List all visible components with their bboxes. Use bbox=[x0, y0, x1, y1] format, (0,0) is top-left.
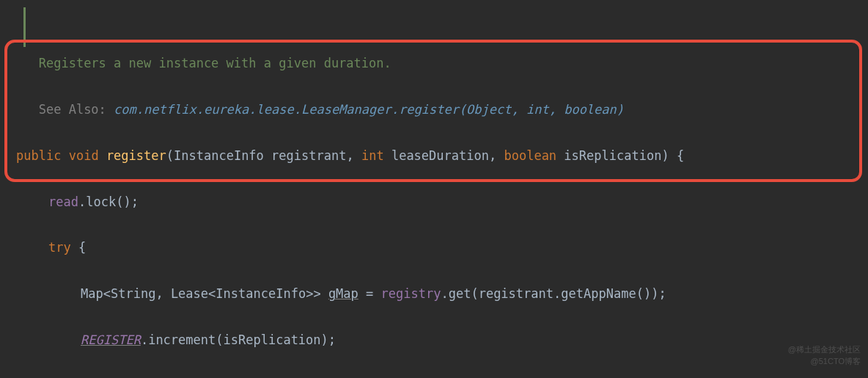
method-getappname: getAppName bbox=[561, 286, 636, 301]
type-instanceinfo: InstanceInfo bbox=[216, 286, 306, 301]
paren-close: ) bbox=[661, 148, 669, 163]
type-map: Map bbox=[81, 286, 103, 301]
type-instanceinfo: InstanceInfo bbox=[174, 148, 264, 163]
dot: . bbox=[441, 286, 448, 301]
comma: , bbox=[346, 148, 361, 163]
doc-link[interactable]: com.netflix.eureka.lease.LeaseManager.re… bbox=[114, 102, 624, 117]
type-lease: Lease bbox=[171, 286, 208, 301]
param-isreplication: isReplication bbox=[564, 148, 661, 163]
lt: < bbox=[208, 286, 216, 301]
paren-open: ( bbox=[471, 286, 478, 301]
semicolon: ; bbox=[131, 195, 139, 209]
paren-close: ) bbox=[321, 332, 328, 347]
field-read: read bbox=[48, 195, 78, 209]
param-registrant: registrant bbox=[271, 148, 346, 163]
watermark: @稀土掘金技术社区 @51CTO博客 bbox=[788, 344, 861, 367]
semicolon: ; bbox=[328, 332, 336, 347]
gtgt: >> bbox=[306, 286, 320, 301]
comma: , bbox=[155, 286, 170, 301]
paren-open: ( bbox=[166, 148, 174, 163]
watermark-line1: @稀土掘金技术社区 bbox=[788, 344, 861, 355]
semicolon: ; bbox=[658, 286, 666, 301]
code-line-readlock: read.lock(); bbox=[16, 191, 868, 214]
dot: . bbox=[78, 195, 86, 209]
lt: < bbox=[103, 286, 111, 301]
keyword-boolean: boolean bbox=[504, 148, 556, 163]
param-leaseduration: leaseDuration bbox=[391, 148, 489, 163]
eq: = bbox=[358, 286, 381, 301]
code-line-signature: public void register(InstanceInfo regist… bbox=[16, 145, 868, 167]
doc-line-2: See Also: com.netflix.eureka.lease.Lease… bbox=[16, 98, 868, 121]
code-line-if1: if (gMap == null) { bbox=[16, 375, 868, 378]
keyword-int: int bbox=[361, 148, 384, 163]
brace-open: { bbox=[677, 148, 684, 163]
code-line-try: try { bbox=[16, 236, 868, 259]
paren-close: ) bbox=[644, 286, 651, 301]
code-block: Registers a new instance with a given du… bbox=[0, 0, 868, 378]
param-isreplication: isReplication bbox=[224, 332, 321, 347]
code-line-map-decl: Map<String, Lease<InstanceInfo>> gMap = … bbox=[16, 283, 868, 305]
paren-open: ( bbox=[116, 195, 123, 209]
static-register: REGISTER bbox=[81, 332, 141, 347]
dot: . bbox=[553, 286, 561, 301]
keyword-void: void bbox=[69, 148, 99, 163]
type-string: String bbox=[111, 286, 155, 301]
field-registry: registry bbox=[381, 286, 441, 301]
doc-line-1: Registers a new instance with a given du… bbox=[16, 52, 868, 75]
paren-close: ) bbox=[123, 195, 130, 209]
code-line-register-inc: REGISTER.increment(isReplication); bbox=[16, 329, 868, 352]
watermark-line2: @51CTO博客 bbox=[788, 356, 861, 367]
method-lock: lock bbox=[86, 195, 116, 209]
doc-indicator-bar bbox=[23, 7, 26, 47]
comma: , bbox=[489, 148, 504, 163]
method-get: get bbox=[449, 286, 471, 301]
paren-open: ( bbox=[216, 332, 223, 347]
function-name: register bbox=[106, 148, 166, 163]
doc-seealso: See Also: bbox=[39, 102, 114, 117]
dot: . bbox=[141, 332, 148, 347]
paren-close: ) bbox=[651, 286, 658, 301]
paren-open: ( bbox=[636, 286, 644, 301]
param-registrant: registrant bbox=[479, 286, 553, 301]
method-increment: increment bbox=[148, 332, 216, 347]
doc-text: Registers a new instance with a given du… bbox=[39, 56, 391, 70]
keyword-public: public bbox=[16, 148, 61, 163]
var-gmap: gMap bbox=[328, 286, 358, 301]
brace-open: { bbox=[78, 240, 86, 255]
keyword-try: try bbox=[48, 240, 71, 255]
